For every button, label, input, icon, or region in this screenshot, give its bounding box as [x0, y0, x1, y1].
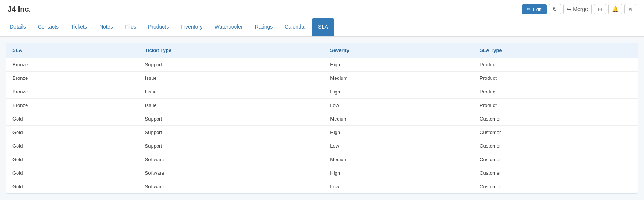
app-title: J4 Inc. — [8, 5, 31, 14]
bell-button[interactable]: 🔔 — [608, 4, 622, 14]
cell-sla-7: Gold — [6, 153, 139, 166]
refresh-icon: ↻ — [553, 6, 557, 12]
cell-sla_type-7: Customer — [474, 153, 638, 166]
cell-sla-0: Bronze — [6, 58, 139, 72]
cell-sla_type-6: Customer — [474, 139, 638, 153]
cell-sla-3: Bronze — [6, 99, 139, 112]
cell-sla_type-9: Customer — [474, 180, 638, 194]
cell-ticket_type-9: Software — [139, 180, 324, 194]
cell-sla_type-1: Product — [474, 72, 638, 85]
cell-ticket_type-8: Software — [139, 166, 324, 180]
table-row: GoldSoftwareLowCustomer — [6, 180, 638, 194]
cell-sla-8: Gold — [6, 166, 139, 180]
cell-sla_type-4: Customer — [474, 112, 638, 126]
refresh-button[interactable]: ↻ — [549, 4, 561, 14]
col-header-sla-type: SLA Type — [474, 43, 638, 58]
tab-contacts[interactable]: Contacts — [32, 18, 65, 36]
cell-severity-3: Low — [324, 99, 474, 112]
col-header-ticket-type: Ticket Type — [139, 43, 324, 58]
bell-icon: 🔔 — [612, 6, 618, 12]
edit-button[interactable]: Edit — [522, 4, 547, 14]
cell-ticket_type-3: Issue — [139, 99, 324, 112]
col-header-severity: Severity — [324, 43, 474, 58]
sla-table: SLA Ticket Type Severity SLA Type Bronze… — [6, 43, 638, 193]
pencil-icon — [527, 6, 531, 12]
table-row: GoldSoftwareHighCustomer — [6, 166, 638, 180]
close-icon: ✕ — [628, 6, 633, 12]
tab-products[interactable]: Products — [142, 18, 175, 36]
tab-watercooler[interactable]: Watercooler — [209, 18, 249, 36]
tab-details[interactable]: Details — [4, 18, 32, 36]
cell-ticket_type-2: Issue — [139, 85, 324, 99]
cell-ticket_type-1: Issue — [139, 72, 324, 85]
rss-icon: ⊟ — [598, 6, 602, 12]
cell-severity-9: Low — [324, 180, 474, 194]
cell-sla-4: Gold — [6, 112, 139, 126]
table-row: GoldSupportHighCustomer — [6, 126, 638, 139]
merge-button[interactable]: ⇋ ⇋ Merge Merge — [563, 4, 592, 14]
cell-severity-6: Low — [324, 139, 474, 153]
table-row: BronzeSupportHighProduct — [6, 58, 638, 72]
cell-ticket_type-0: Support — [139, 58, 324, 72]
cell-sla-9: Gold — [6, 180, 139, 194]
table-row: BronzeIssueHighProduct — [6, 85, 638, 99]
cell-severity-1: Medium — [324, 72, 474, 85]
cell-severity-7: Medium — [324, 153, 474, 166]
table-row: GoldSupportLowCustomer — [6, 139, 638, 153]
cell-severity-5: High — [324, 126, 474, 139]
tab-calendar[interactable]: Calendar — [279, 18, 312, 36]
cell-sla_type-5: Customer — [474, 126, 638, 139]
cell-severity-0: High — [324, 58, 474, 72]
tab-inventory[interactable]: Inventory — [175, 18, 209, 36]
header: J4 Inc. Edit ↻ ⇋ ⇋ Merge Merge ⊟ 🔔 ✕ — [0, 0, 644, 18]
cell-severity-4: Medium — [324, 112, 474, 126]
cell-ticket_type-5: Support — [139, 126, 324, 139]
merge-icon: ⇋ — [567, 6, 571, 12]
cell-severity-8: High — [324, 166, 474, 180]
tab-ratings[interactable]: Ratings — [249, 18, 279, 36]
sla-table-container: SLA Ticket Type Severity SLA Type Bronze… — [6, 43, 638, 194]
tab-notes[interactable]: Notes — [93, 18, 119, 36]
main-content: SLA Ticket Type Severity SLA Type Bronze… — [0, 37, 644, 200]
table-row: GoldSoftwareMediumCustomer — [6, 153, 638, 166]
nav-tabs: Details Contacts Tickets Notes Files Pro… — [0, 18, 644, 37]
cell-sla_type-8: Customer — [474, 166, 638, 180]
cell-sla-5: Gold — [6, 126, 139, 139]
cell-severity-2: High — [324, 85, 474, 99]
header-actions: Edit ↻ ⇋ ⇋ Merge Merge ⊟ 🔔 ✕ — [522, 4, 636, 14]
cell-ticket_type-7: Software — [139, 153, 324, 166]
cell-ticket_type-6: Support — [139, 139, 324, 153]
cell-sla-2: Bronze — [6, 85, 139, 99]
rss-button[interactable]: ⊟ — [594, 4, 606, 14]
tab-sla[interactable]: SLA — [312, 18, 334, 36]
cell-ticket_type-4: Support — [139, 112, 324, 126]
cell-sla_type-3: Product — [474, 99, 638, 112]
table-header-row: SLA Ticket Type Severity SLA Type — [6, 43, 638, 58]
cell-sla-1: Bronze — [6, 72, 139, 85]
tab-tickets[interactable]: Tickets — [65, 18, 93, 36]
cell-sla-6: Gold — [6, 139, 139, 153]
tab-files[interactable]: Files — [119, 18, 142, 36]
close-button[interactable]: ✕ — [624, 4, 636, 14]
table-row: BronzeIssueMediumProduct — [6, 72, 638, 85]
table-row: GoldSupportMediumCustomer — [6, 112, 638, 126]
cell-sla_type-2: Product — [474, 85, 638, 99]
table-row: BronzeIssueLowProduct — [6, 99, 638, 112]
cell-sla_type-0: Product — [474, 58, 638, 72]
col-header-sla: SLA — [6, 43, 139, 58]
